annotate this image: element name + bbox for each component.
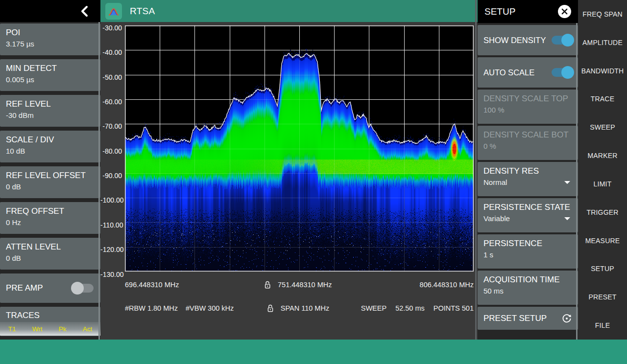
menu-item-marker[interactable]: MARKER	[578, 141, 627, 170]
param-label: SCALE / DIV	[6, 135, 95, 145]
pre-amp-toggle[interactable]	[72, 284, 94, 293]
param-atten-level[interactable]: ATTEN LEVEL 0 dB	[0, 238, 100, 270]
unlock-icon[interactable]	[267, 304, 274, 313]
density-spectrum-plot[interactable]	[125, 25, 474, 272]
reset-icon	[561, 313, 572, 324]
setting-auto-scale[interactable]: AUTO SCALE	[478, 57, 578, 88]
traces-label: TRACES	[0, 307, 100, 322]
y-axis-tick: -80.00	[100, 147, 122, 155]
y-axis-tick: -50.00	[100, 73, 122, 81]
traces-section[interactable]: TRACES T1 Wrt Pk Act	[0, 307, 100, 336]
param-value: 0.005 µs	[6, 75, 95, 84]
y-axis-tick: -40.00	[100, 48, 122, 56]
back-chevron-icon[interactable]	[79, 5, 92, 18]
param-label: POI	[6, 27, 95, 38]
unlock-icon[interactable]	[264, 280, 271, 289]
setup-panel: SETUP SHOW DENSITY AUTO SCALE DENSITY SC…	[478, 0, 578, 340]
close-icon[interactable]	[558, 5, 571, 18]
setting-acquisition-time[interactable]: ACQUISITION TIME 50 ms	[478, 271, 578, 305]
start-frequency-label: 696.448310 MHz	[125, 281, 179, 289]
param-freq-offset[interactable]: FREQ OFFSET 0 Hz	[0, 202, 100, 234]
show-density-toggle[interactable]	[552, 36, 573, 45]
setting-label: PERSISTENCE STATE	[483, 202, 572, 212]
y-axis-tick: -30.00	[100, 24, 122, 32]
menu-item-freq-span[interactable]: FREQ SPAN	[578, 0, 627, 28]
rtsa-app-icon	[105, 3, 122, 20]
setup-panel-header: SETUP	[478, 0, 578, 23]
param-label: REF LEVEL	[6, 99, 95, 109]
menu-item-trigger[interactable]: TRIGGER	[578, 198, 627, 227]
setting-label: SHOW DENSITY	[483, 35, 546, 46]
param-label: PRE AMP	[6, 283, 43, 293]
trace-tab-pk[interactable]: Pk	[59, 325, 67, 333]
y-axis-tick: -110.00	[100, 221, 122, 229]
param-ref-level[interactable]: REF LEVEL -30 dBm	[0, 95, 100, 127]
setting-density-scale-top: DENSITY SCALE TOP 100 %	[478, 90, 578, 124]
param-label: MIN DETECT	[6, 63, 95, 73]
left-parameter-sidebar: POI 3.175 µs MIN DETECT 0.005 µs REF LEV…	[0, 0, 100, 340]
app-title: RTSA	[130, 6, 155, 17]
preset-setup-button[interactable]: PRESET SETUP	[478, 307, 578, 330]
setting-persistence-state[interactable]: PERSISTENCE STATE Variable	[478, 198, 578, 232]
setting-label: PERSISTENCE	[483, 238, 572, 249]
setting-label: ACQUISITION TIME	[483, 274, 572, 285]
sweep-time-value: 52.50 ms	[395, 304, 425, 312]
softkey-menu: FREQ SPAN AMPLITUDE BANDWIDTH TRACE SWEE…	[578, 0, 627, 340]
menu-item-trace[interactable]: TRACE	[578, 85, 627, 113]
menu-item-bandwidth[interactable]: BANDWIDTH	[578, 57, 627, 85]
setting-value: Normal	[483, 178, 507, 186]
setting-value: 100 %	[483, 106, 572, 114]
auto-scale-toggle[interactable]	[552, 68, 573, 77]
menu-item-preset[interactable]: PRESET	[578, 283, 627, 311]
setting-show-density[interactable]: SHOW DENSITY	[478, 25, 578, 55]
sidebar-header	[0, 0, 100, 22]
menu-item-file[interactable]: FILE	[578, 311, 627, 340]
param-poi[interactable]: POI 3.175 µs	[0, 23, 100, 55]
param-value: -30 dBm	[6, 111, 95, 119]
trace-tab-t1[interactable]: T1	[8, 325, 16, 333]
setting-density-scale-bot: DENSITY SCALE BOT 0 %	[478, 126, 578, 160]
param-min-detect[interactable]: MIN DETECT 0.005 µs	[0, 59, 100, 91]
param-value: 0 dB	[6, 182, 95, 191]
param-value: 3.175 µs	[6, 40, 95, 48]
sidebar-scrollbar[interactable]	[98, 22, 100, 340]
y-axis-tick: -90.00	[100, 172, 122, 180]
bottom-nav-bar	[0, 340, 627, 364]
y-axis-tick: -60.00	[100, 98, 122, 106]
setup-panel-scrollbar[interactable]	[576, 23, 578, 340]
sweep-label: SWEEP	[361, 304, 386, 312]
setting-label: DENSITY RES	[483, 166, 572, 176]
param-scale-div[interactable]: SCALE / DIV 10 dB	[0, 131, 100, 162]
param-value: 10 dB	[6, 147, 95, 155]
main-panel-scrollbar[interactable]	[475, 0, 477, 340]
setting-label: DENSITY SCALE TOP	[483, 93, 572, 104]
menu-item-amplitude[interactable]: AMPLITUDE	[578, 28, 627, 57]
y-axis-tick: -100.00	[100, 196, 122, 204]
param-pre-amp[interactable]: PRE AMP	[0, 273, 100, 303]
setting-label: AUTO SCALE	[483, 68, 534, 78]
trace-tab-act[interactable]: Act	[83, 325, 93, 333]
setting-label: DENSITY SCALE BOT	[483, 130, 572, 140]
trace-tab-wrt[interactable]: Wrt	[32, 325, 43, 333]
param-label: FREQ OFFSET	[6, 206, 95, 216]
menu-item-setup[interactable]: SETUP	[578, 254, 627, 283]
stop-frequency-label: 806.448310 MHz	[420, 281, 474, 289]
setting-value: 50 ms	[483, 287, 572, 295]
frequency-label-row: 696.448310 MHz 751.448310 MHz 806.448310…	[125, 279, 474, 290]
y-axis-tick: -120.00	[100, 246, 122, 253]
y-axis-tick: -130.00	[100, 271, 122, 278]
setting-value: 0 %	[483, 142, 572, 150]
rbw-label: #RBW 1.80 MHz	[125, 304, 178, 312]
setting-value: 1 s	[483, 250, 572, 259]
setting-persistence[interactable]: PERSISTENCE 1 s	[478, 234, 578, 269]
setting-density-res[interactable]: DENSITY RES Normal	[478, 162, 578, 196]
center-frequency-label: 751.448310 MHz	[278, 281, 332, 289]
param-value: 0 Hz	[6, 218, 95, 227]
param-ref-level-offset[interactable]: REF LEVEL OFFSET 0 dB	[0, 166, 100, 198]
menu-item-sweep[interactable]: SWEEP	[578, 113, 627, 141]
menu-item-measure[interactable]: MEASURE	[578, 227, 627, 255]
span-label: SPAN 110 MHz	[281, 304, 329, 312]
setup-panel-title: SETUP	[484, 6, 515, 17]
y-axis-tick: -70.00	[100, 122, 122, 130]
menu-item-limit[interactable]: LIMIT	[578, 170, 627, 198]
